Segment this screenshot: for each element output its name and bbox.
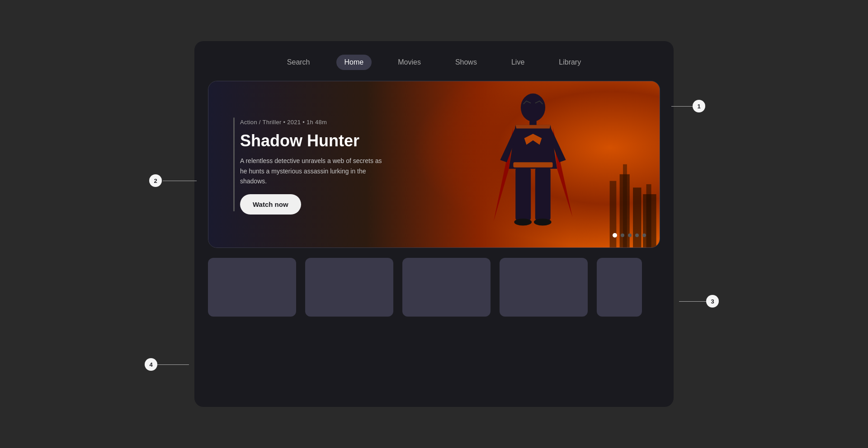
carousel-dots <box>613 233 646 238</box>
svg-rect-7 <box>529 120 536 126</box>
app-container: 1 2 3 4 Search Home Movies Shows Live Li… <box>194 41 674 407</box>
annotation-4: 4 <box>145 358 157 371</box>
hero-character-svg <box>461 81 605 247</box>
main-nav: Search Home Movies Shows Live Library <box>208 55 660 70</box>
annotation-4-line <box>157 364 189 365</box>
hero-title: Shadow Hunter <box>240 132 421 150</box>
thumbnail-1[interactable] <box>208 258 296 317</box>
nav-movies[interactable]: Movies <box>390 55 429 70</box>
annotation-3-line <box>679 301 706 302</box>
nav-library[interactable]: Library <box>551 55 589 70</box>
thumbnail-2[interactable] <box>305 258 393 317</box>
svg-rect-12 <box>513 162 552 168</box>
svg-point-11 <box>534 219 552 225</box>
svg-rect-4 <box>646 184 651 247</box>
annotation-1: 1 <box>693 100 705 112</box>
annotation-2: 2 <box>149 174 162 187</box>
annotation-3: 3 <box>706 295 719 308</box>
carousel-dot-1[interactable] <box>613 233 617 238</box>
nav-shows[interactable]: Shows <box>447 55 485 70</box>
hero-figure <box>461 81 605 247</box>
hero-card: Action / Thriller • 2021 • 1h 48m Shadow… <box>208 81 660 248</box>
watch-now-button[interactable]: Watch now <box>240 194 301 215</box>
svg-point-10 <box>514 219 532 225</box>
thumbnail-3[interactable] <box>402 258 491 317</box>
annotation-2-line <box>163 181 197 181</box>
thumbnail-4[interactable] <box>500 258 588 317</box>
carousel-dot-2[interactable] <box>621 233 624 237</box>
thumbnail-row <box>208 258 660 317</box>
svg-rect-9 <box>535 168 551 220</box>
nav-search[interactable]: Search <box>279 55 318 70</box>
svg-rect-1 <box>633 188 641 247</box>
nav-home[interactable]: Home <box>336 55 372 70</box>
hero-description: A relentless detective unravels a web of… <box>240 156 385 186</box>
thumbnail-5[interactable] <box>597 258 642 317</box>
carousel-dot-3[interactable] <box>628 233 632 237</box>
svg-point-6 <box>521 93 545 121</box>
hero-accent-bar <box>233 117 235 211</box>
hero-content: Action / Thriller • 2021 • 1h 48m Shadow… <box>240 113 421 220</box>
nav-live[interactable]: Live <box>503 55 533 70</box>
carousel-dot-4[interactable] <box>635 233 639 237</box>
svg-rect-8 <box>515 168 531 220</box>
hero-meta: Action / Thriller • 2021 • 1h 48m <box>240 119 421 126</box>
carousel-dot-5[interactable] <box>642 233 646 237</box>
